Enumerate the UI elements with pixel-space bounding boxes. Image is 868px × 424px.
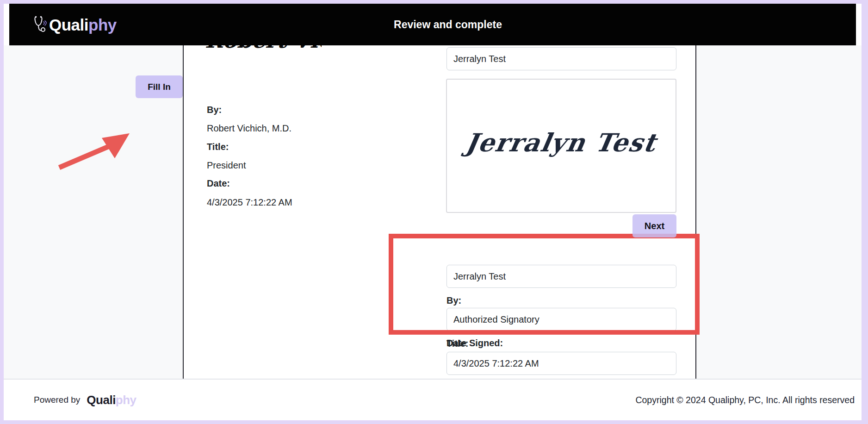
signature-pad[interactable]: Jerralyn Test — [446, 79, 676, 213]
qualiphy-logo: Qualiphy — [33, 4, 117, 45]
wordmark-primary: Quali — [49, 16, 88, 34]
app-header: Qualiphy Review and complete — [9, 4, 856, 45]
footer-wordmark-secondary: phy — [116, 393, 136, 407]
signee-name-input[interactable] — [446, 47, 676, 70]
footer-qualiphy-logo: Qualiphy — [87, 393, 136, 407]
page-title: Review and complete — [394, 4, 502, 45]
fill-in-button[interactable]: Fill In — [136, 75, 183, 98]
provider-date-value: 4/3/2025 7:12:22 AM — [207, 197, 292, 208]
stethoscope-icon — [33, 15, 47, 34]
date-signed-label: Date Signed: — [446, 338, 503, 349]
document-page: Robert Vichich By: Robert Vichich, M.D. … — [183, 45, 696, 379]
provider-title-value: President — [207, 160, 246, 171]
signee-title-input[interactable] — [446, 308, 676, 331]
provider-by-value: Robert Vichich, M.D. — [207, 123, 291, 134]
app-window: Qualiphy Review and complete Fill In Rob… — [4, 4, 862, 420]
footer-wordmark-primary: Quali — [87, 393, 116, 407]
qualiphy-wordmark: Qualiphy — [49, 17, 117, 33]
clipped-signature-text: Robert Vichich — [206, 45, 322, 51]
powered-by-block: Powered by Qualiphy — [34, 380, 136, 420]
provider-by-label: By: — [207, 105, 222, 116]
wordmark-secondary: phy — [88, 16, 117, 34]
clipped-signature: Robert Vichich — [206, 45, 322, 51]
provider-title-label: Title: — [207, 142, 229, 153]
content-area: Fill In Robert Vichich By: Robert Vichic… — [4, 45, 862, 379]
signee-by-label: By: — [446, 295, 461, 306]
copyright-text: Copyright © 2024 Qualiphy, PC, Inc. All … — [635, 380, 855, 420]
page: Qualiphy Review and complete Fill In Rob… — [0, 0, 868, 424]
red-arrow-annotation — [50, 86, 138, 174]
date-signed-input[interactable] — [446, 352, 676, 375]
provider-date-label: Date: — [207, 178, 230, 189]
powered-by-label: Powered by — [34, 395, 80, 405]
app-footer: Powered by Qualiphy Copyright © 2024 Qua… — [4, 379, 862, 420]
signee-by-input[interactable] — [446, 265, 676, 288]
next-button[interactable]: Next — [632, 214, 676, 237]
signature-script-text: Jerralyn Test — [464, 128, 659, 157]
